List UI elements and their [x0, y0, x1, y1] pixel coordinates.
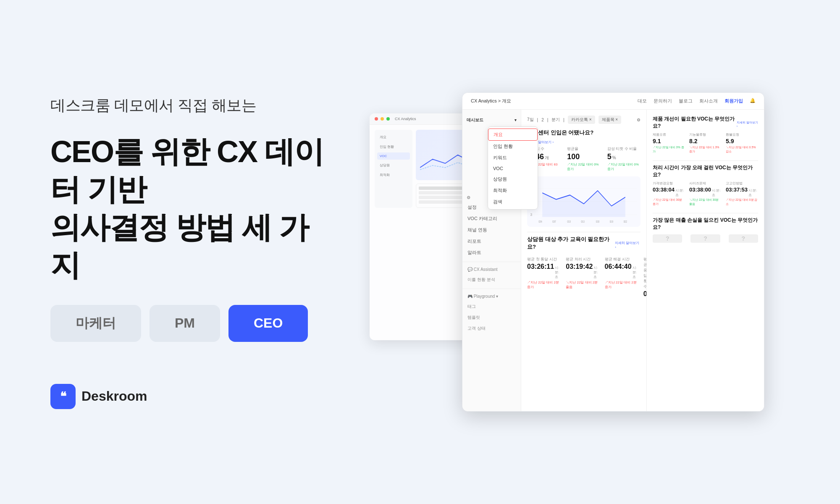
size-issue-value: 03:38:00: [689, 186, 711, 193]
training-header: 상담원 대상 추가 교육이 필요한가요? 지세히 알아보기 ›: [527, 236, 640, 254]
filter-7days[interactable]: 7일: [527, 117, 534, 123]
voc-refund: 환불요청 5.9 ↘지난 22일 대비 0.5% 감소: [726, 132, 758, 154]
login-method-label: 고고인방법: [726, 181, 758, 186]
price-change-value: 03:38:04: [653, 186, 675, 193]
sidebar-alert[interactable]: 알라트: [462, 247, 521, 258]
filter-2[interactable]: 2: [541, 118, 544, 122]
sidebar-tag[interactable]: 태그: [462, 301, 521, 312]
filter-chip-kakao[interactable]: 카카오톡 ×: [568, 116, 595, 124]
loss-placeholder-3: ?: [729, 234, 758, 243]
tab-marketer[interactable]: 마케터: [50, 305, 141, 342]
bg-sidebar-item2: 인입 현황: [377, 143, 410, 151]
nav-about[interactable]: 회사소개: [699, 98, 718, 104]
metric-processing-time: 평균 처리 시간 03:19:42 시:분:초 ↘지난 22일 대비 2분 줄음: [566, 257, 598, 303]
dm-chart-svg: 60 40 20 02/04 02/07: [530, 180, 637, 223]
tab-pm[interactable]: PM: [150, 305, 220, 342]
dm-content-wrapper: 7일 | 2 | 분기 | 카카오톡 × 제품목 × ⚙: [521, 110, 764, 411]
product-error-change: ↗지난 22일 대비 3% 증가: [653, 145, 685, 154]
tab-ceo[interactable]: CEO: [228, 305, 308, 342]
sidebar-playground[interactable]: 🎮 Playground ▾: [462, 291, 521, 301]
loss-placeholders: ? ? ?: [653, 234, 758, 243]
metric-sentiment-value: 5: [607, 152, 612, 161]
dropdown-item-inflow[interactable]: 인입 현황: [488, 141, 538, 152]
sidebar-cx-assistant[interactable]: 💬 CX Assistant: [462, 265, 521, 274]
filter-chip-product[interactable]: 제품목 ×: [598, 116, 622, 124]
svg-text:02/13: 02/13: [581, 220, 585, 223]
dropdown-item-overview[interactable]: 개요: [488, 129, 538, 141]
metric-response-change: ↗지난 22일 대비 0% 증가: [567, 162, 600, 171]
refund-value: 5.9: [726, 138, 758, 144]
first-response-value-row: 03:26:11 시:분:초: [527, 263, 559, 279]
metric-response-label: 평균율: [567, 146, 600, 152]
filter-settings-icon[interactable]: ⚙: [637, 118, 640, 122]
function-error-change: ↘지난 22일 대비 1.3% 증가: [689, 145, 722, 154]
metric-response-rate: 평균율 100 ↗지난 22일 대비 0% 증가: [567, 146, 600, 171]
bg-nav-text: CX Analytics: [395, 117, 416, 121]
dropdown-item-keyword[interactable]: 키워드: [488, 152, 538, 163]
nav-demo[interactable]: 대모: [638, 98, 647, 104]
login-method-value-row: 03:37:53 시:분:초: [726, 186, 758, 197]
nav-signup[interactable]: 회원가입: [724, 98, 743, 104]
resolve-time-label: 평균 해결 시간: [605, 257, 637, 262]
first-response-value: 03:26:11: [527, 263, 554, 270]
logo-icon: ❝: [50, 384, 76, 409]
main-title: CEO를 위한 CX 데이터 기반 의사결정 방법 세 가지: [50, 133, 336, 284]
breadcrumb: CX Analytics > 개요: [471, 98, 511, 104]
bg-sidebar-item-voc: VOC: [377, 152, 410, 160]
sidebar-voc-category[interactable]: VOC 카테고리: [462, 213, 521, 224]
size-issue-value-row: 03:38:00 시:분:초: [689, 186, 722, 197]
resolve-time-value: 06:44:40: [605, 263, 632, 270]
dropdown-item-search[interactable]: 검색: [488, 196, 538, 207]
dot-yellow: [381, 117, 384, 121]
first-response-label: 평균 첫 통달 시간: [527, 257, 559, 262]
metric-total-suffix: 개: [545, 155, 549, 161]
price-change-unit: 시:분:초: [675, 188, 685, 197]
dm-sidebar: 데시보드 ▾ 개요 인입 현황 키워드 VOC 상당원 최적화 검색: [462, 110, 521, 411]
avg-response-count-label: 평균 응답 횟수: [643, 257, 646, 289]
bg-sidebar-item: 개요: [377, 133, 410, 141]
voc-detail-link[interactable]: 지세히 알아보기 ›: [737, 121, 758, 128]
dashboard-wrapper: CX Analytics 개요 인입 현황 VOC 상당원 최적화: [403, 80, 748, 424]
product-error-label: 제품오류: [653, 132, 685, 137]
filter-quarter[interactable]: 분기: [551, 117, 560, 123]
sidebar-channel[interactable]: 채널 연동: [462, 224, 521, 236]
bell-icon[interactable]: 🔔: [750, 98, 756, 104]
nav-blog[interactable]: 블로그: [679, 98, 693, 104]
sidebar-analysis[interactable]: 이를 현황 분석: [462, 274, 521, 285]
bg-sidebar-item4: 최적화: [377, 171, 410, 179]
breadcrumb-text: CX Analytics > 개요: [471, 98, 511, 104]
voc-function-error: 기능물류형 8.2 ↘지난 22일 대비 1.3% 증가: [689, 132, 722, 154]
metric-first-response: 평균 첫 통달 시간 03:26:11 시:분:초 ↗지난 22일 대비 2분 …: [527, 257, 559, 303]
divider: [527, 232, 640, 232]
dm-chart-area: 60 40 20 02/04 02/07: [527, 176, 640, 227]
dm-body: 데시보드 ▾ 개요 인입 현황 키워드 VOC 상당원 최적화 검색: [462, 110, 764, 411]
nav-contact[interactable]: 문의하기: [654, 98, 672, 104]
sidebar-customer-status[interactable]: 고객 상태: [462, 323, 521, 334]
dm-header: CX Analytics > 개요 대모 문의하기 블로그 회사소개 회원가입 …: [462, 93, 764, 110]
dm-filter-bar: 7일 | 2 | 분기 | 카카오톡 × 제품목 × ⚙: [527, 116, 640, 124]
svg-text:02/04: 02/04: [538, 220, 542, 223]
voc-section-title: 제품 개선이 필요한 VOC는 무엇인가요?: [653, 116, 737, 130]
title-line2: 의사결정 방법 세 가지: [50, 210, 308, 282]
processing-time-change: ↘지난 22일 대비 2분 줄음: [566, 280, 598, 289]
sidebar-chevron-icon[interactable]: ▾: [514, 118, 517, 122]
dashboard-main: CX Analytics > 개요 대모 문의하기 블로그 회사소개 회원가입 …: [462, 92, 764, 412]
dropdown-item-optimize[interactable]: 최적화: [488, 185, 538, 196]
dropdown-item-voc[interactable]: VOC: [488, 163, 538, 173]
metric-sentiment: 감성 티켓 수 비율 5 % ↗지난 22일 대비 0% 증가: [607, 146, 640, 171]
voc-section-header: 제품 개선이 필요한 VOC는 무엇인가요? 지세히 알아보기 ›: [653, 116, 758, 132]
loss-placeholder-2: ?: [690, 234, 720, 243]
sidebar-report[interactable]: 리포트: [462, 236, 521, 247]
function-error-value: 8.2: [689, 138, 722, 144]
resolve-time-value-row: 06:44:40 시:분:초: [605, 263, 637, 279]
divider3: [653, 213, 758, 213]
price-change-label: 가격변경요형: [653, 181, 685, 186]
metric-sentiment-change: ↗지난 22일 대비 0% 증가: [607, 162, 640, 171]
voc-improvement-section: 제품 개선이 필요한 VOC는 무엇인가요? 지세히 알아보기 › 제품오류 9…: [653, 116, 758, 154]
svg-text:02/16: 02/16: [596, 220, 599, 223]
dropdown-item-counselor[interactable]: 상당원: [488, 173, 538, 185]
inflow-header: 지세히 알아보기 ›: [527, 140, 640, 144]
sidebar-template[interactable]: 템플릿: [462, 312, 521, 323]
first-response-unit: 시:분:초: [555, 265, 559, 279]
training-detail-link[interactable]: 지세히 알아보기 ›: [615, 241, 640, 249]
